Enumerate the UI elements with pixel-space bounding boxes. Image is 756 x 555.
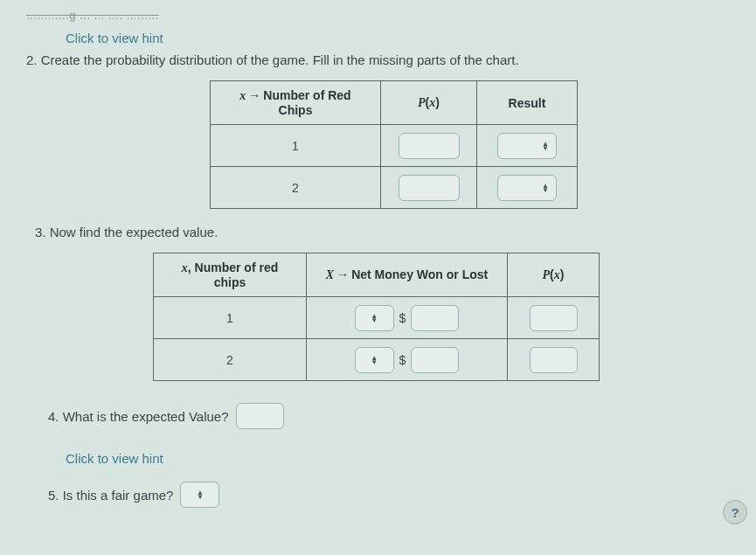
- cell2-px-1: [508, 297, 600, 339]
- stepper-icon: ▲▼: [542, 142, 549, 150]
- header-x: x→Number of Red Chips: [211, 81, 381, 125]
- cell-result-1: ▲▼: [477, 125, 578, 167]
- cell-x-1: 1: [211, 125, 381, 167]
- question-5: 5. Is this a fair game? ▲▼: [48, 482, 739, 508]
- currency-symbol: $: [399, 311, 406, 325]
- money-input-1[interactable]: [411, 305, 459, 331]
- table-row: 1 ▲▼ $: [154, 297, 600, 339]
- header-px: P(x): [381, 81, 477, 125]
- question-4-text: 4. What is the expected Value?: [48, 409, 229, 424]
- question-3-text: 3. Now find the expected value.: [35, 225, 739, 239]
- header-x2: x, Number of red chips: [154, 253, 307, 297]
- cell2-px-2: [508, 339, 600, 381]
- px2-input-2[interactable]: [530, 347, 578, 373]
- sign-select-1[interactable]: ▲▼: [355, 305, 394, 331]
- expected-value-input[interactable]: [236, 403, 284, 429]
- stepper-icon: ▲▼: [371, 314, 378, 323]
- px-input-1[interactable]: [399, 133, 460, 159]
- cell-px-1: [381, 125, 477, 167]
- hint-link-1[interactable]: Click to view hint: [66, 31, 163, 45]
- question-4: 4. What is the expected Value?: [48, 403, 739, 429]
- cell2-x-1: 1: [154, 297, 307, 339]
- header-net: X→Net Money Won or Lost: [307, 253, 508, 297]
- cell-x-2: 2: [211, 167, 381, 209]
- cell2-net-1: ▲▼ $: [307, 297, 508, 339]
- table-row: 1 ▲▼: [211, 125, 578, 167]
- px2-input-1[interactable]: [530, 305, 578, 331]
- stepper-icon: ▲▼: [371, 356, 378, 364]
- sign-select-2[interactable]: ▲▼: [355, 347, 394, 373]
- question-2-text: 2. Create the probability distribution o…: [26, 52, 739, 67]
- truncated-text: ............g ... ... .... .........: [26, 9, 739, 22]
- stepper-icon: ▲▼: [197, 490, 204, 499]
- fair-game-select[interactable]: ▲▼: [180, 482, 219, 508]
- stepper-icon: ▲▼: [542, 184, 549, 192]
- expected-value-table: x, Number of red chips X→Net Money Won o…: [153, 253, 600, 381]
- money-input-2[interactable]: [411, 347, 459, 373]
- cell-px-2: [381, 167, 477, 209]
- px-input-2[interactable]: [399, 175, 460, 201]
- question-5-text: 5. Is this a fair game?: [48, 488, 173, 503]
- hint-link-2[interactable]: Click to view hint: [66, 451, 163, 466]
- cell-result-2: ▲▼: [477, 167, 578, 209]
- header-px2: P(x): [508, 253, 600, 297]
- probability-table: x→Number of Red Chips P(x) Result 1 ▲▼ 2…: [210, 80, 578, 209]
- help-button[interactable]: ?: [723, 500, 747, 524]
- currency-symbol: $: [399, 353, 406, 367]
- cell2-x-2: 2: [154, 339, 307, 381]
- header-result: Result: [477, 81, 578, 125]
- result-select-1[interactable]: ▲▼: [497, 133, 557, 159]
- result-select-2[interactable]: ▲▼: [497, 175, 557, 201]
- table-row: 2 ▲▼ $: [154, 339, 600, 381]
- table-row: 2 ▲▼: [211, 167, 578, 209]
- cell2-net-2: ▲▼ $: [307, 339, 508, 381]
